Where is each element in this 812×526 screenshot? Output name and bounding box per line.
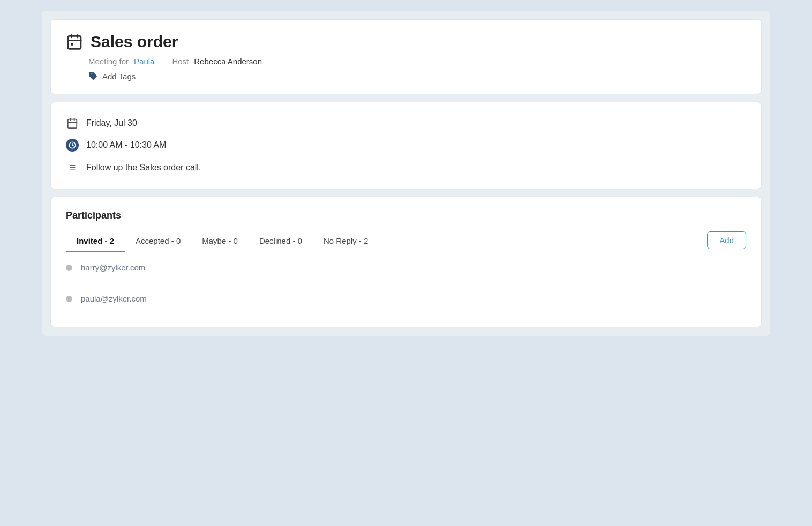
host-label: Host [172,57,189,66]
tab-noreply[interactable]: No Reply - 2 [313,231,379,252]
page-container: Sales order Meeting for Paula Host Rebec… [42,11,770,336]
page-title: Sales order [91,33,178,51]
tab-maybe[interactable]: Maybe - 0 [191,231,249,252]
date-text: Friday, Jul 30 [86,118,137,128]
header-meta: Meeting for Paula Host Rebecca Anderson [88,56,746,66]
participants-title: Participants [66,210,746,221]
svg-rect-6 [68,119,77,129]
add-tags-label: Add Tags [102,72,136,81]
clock-icon [66,139,79,152]
tab-invited[interactable]: Invited - 2 [66,231,125,252]
tab-declined[interactable]: Declined - 0 [249,231,313,252]
meeting-for-value[interactable]: Paula [134,57,154,66]
list-item: harry@zylker.com [66,252,746,283]
tab-accepted[interactable]: Accepted - 0 [125,231,191,252]
date-icon [66,117,79,129]
notes-row: ≡ Follow up the Sales order call. [66,161,746,174]
svg-rect-0 [68,36,81,49]
details-card: Friday, Jul 30 10:00 AM - 10:30 AM ≡ Fol… [50,102,762,189]
participant-status-dot [66,296,72,302]
date-row: Friday, Jul 30 [66,117,746,129]
svg-rect-4 [71,43,73,46]
participant-email: paula@zylker.com [81,294,147,303]
add-participant-button[interactable]: Add [707,231,746,249]
tabs-row: Invited - 2 Accepted - 0 Maybe - 0 Decli… [66,231,746,252]
notes-text: Follow up the Sales order call. [86,163,201,172]
time-row: 10:00 AM - 10:30 AM [66,139,746,152]
header-card: Sales order Meeting for Paula Host Rebec… [50,19,762,94]
list-item: paula@zylker.com [66,283,746,314]
time-text: 10:00 AM - 10:30 AM [86,140,166,150]
participants-card: Participants Invited - 2 Accepted - 0 Ma… [50,197,762,327]
participant-list: harry@zylker.com paula@zylker.com [66,252,746,314]
notes-icon: ≡ [66,161,79,174]
host-value: Rebecca Anderson [194,57,262,66]
tag-icon [88,71,98,81]
calendar-icon [66,33,83,50]
participant-status-dot [66,265,72,271]
meta-divider [163,56,163,66]
header-title-row: Sales order [66,33,746,51]
participant-email: harry@zylker.com [81,263,145,272]
meeting-for-label: Meeting for [88,57,129,66]
add-tags-row[interactable]: Add Tags [88,71,746,81]
